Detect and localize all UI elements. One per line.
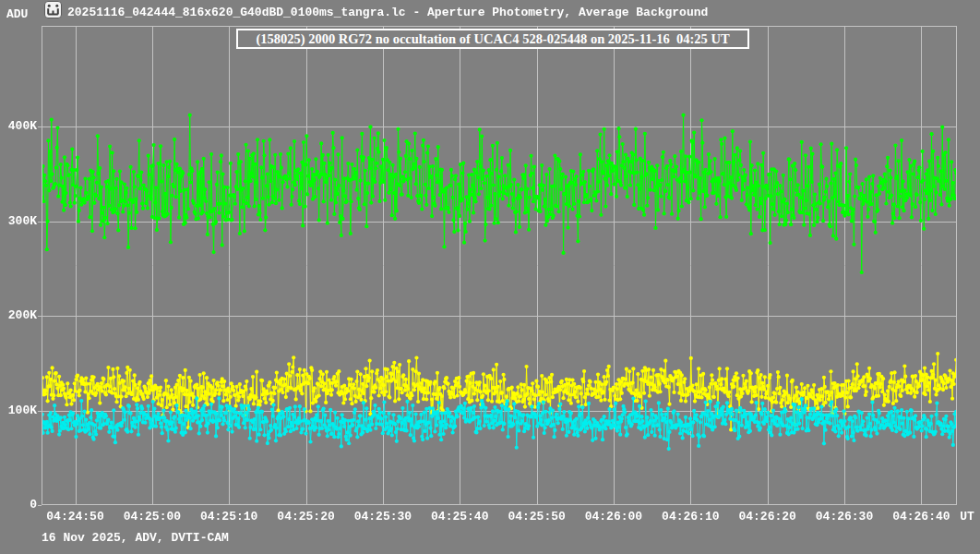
light-curve-icon <box>44 1 62 18</box>
x-axis-unit-label: UT <box>953 510 980 524</box>
y-axis-unit-label: ADU <box>6 7 28 21</box>
event-annotation-text: (158025) 2000 RG72 no occultation of UCA… <box>256 31 729 47</box>
event-annotation-box: (158025) 2000 RG72 no occultation of UCA… <box>236 29 749 49</box>
footer-observation-info: 16 Nov 2025, ADV, DVTI-CAM <box>42 531 229 545</box>
tangra-light-curve-window: ADU 20251116_042444_816x620_G40dBD_0100m… <box>0 0 980 554</box>
window-title: 20251116_042444_816x620_G40dBD_0100ms_ta… <box>67 6 708 19</box>
light-curve-plot <box>0 0 980 554</box>
tangra-app-icon <box>44 1 62 18</box>
